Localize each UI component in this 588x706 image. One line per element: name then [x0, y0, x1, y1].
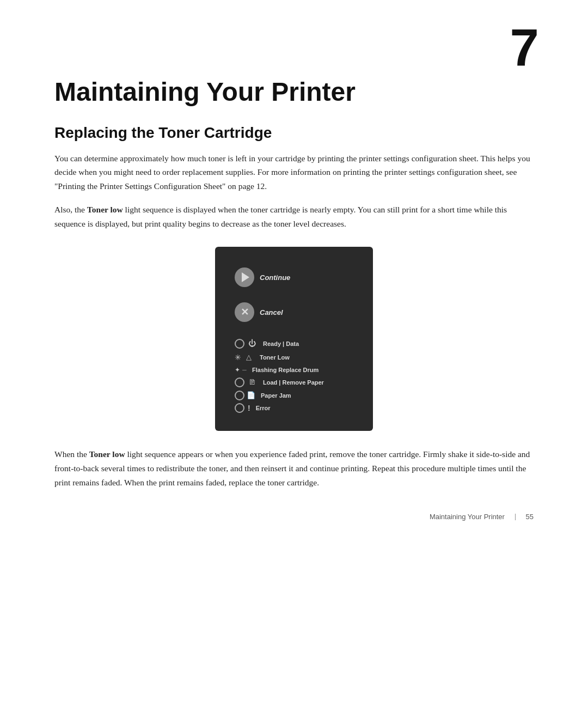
- paragraph-3: When the Toner low light sequence appear…: [54, 447, 534, 489]
- divider-1: [235, 332, 353, 338]
- drum-icons: ✦ ⏤: [235, 366, 247, 374]
- paragraph-1: You can determine approximately how much…: [54, 151, 534, 193]
- load-circle: [235, 378, 244, 387]
- paper-load-icon: 🖹: [247, 377, 258, 388]
- footer: Maintaining Your Printer | 55: [0, 512, 588, 521]
- ready-data-icons: ⏻: [235, 338, 258, 349]
- x-icon: ✕: [241, 307, 249, 317]
- paper-jam-label: Paper Jam: [261, 392, 291, 399]
- toner-icon: △: [243, 352, 254, 363]
- asterisk-icon: ✳: [235, 353, 241, 362]
- paragraph-2: Also, the Toner low light sequence is di…: [54, 203, 534, 230]
- continue-label: Continue: [260, 273, 290, 282]
- footer-separator: |: [514, 512, 516, 521]
- flashing-icon: ✦: [235, 366, 240, 374]
- ready-data-label: Ready | Data: [263, 340, 299, 347]
- error-icons: !: [235, 403, 250, 413]
- continue-row: Continue: [235, 267, 353, 287]
- chapter-number: 7: [510, 22, 539, 74]
- section-title: Replacing the Toner Cartridge: [54, 124, 534, 142]
- load-remove-paper-label: Load | Remove Paper: [263, 379, 324, 386]
- indicator-paper-jam: 📄 Paper Jam: [235, 391, 353, 400]
- drum-icon: ⏤: [242, 366, 247, 374]
- paper-jam-icons: 📄: [235, 391, 255, 400]
- paragraph-3-bold: Toner low: [89, 449, 125, 459]
- printer-panel: Continue ✕ Cancel ⏻ Ready | Data: [215, 247, 373, 431]
- paragraph-3-prefix: When the: [54, 449, 89, 459]
- cancel-label: Cancel: [260, 308, 283, 317]
- chapter-title: Maintaining Your Printer: [54, 76, 534, 108]
- cancel-row: ✕ Cancel: [235, 302, 353, 322]
- exclamation-icon: !: [248, 404, 250, 412]
- ready-circle: [235, 339, 244, 349]
- indicator-error: ! Error: [235, 403, 353, 413]
- jam-circle: [235, 391, 244, 400]
- load-paper-icons: 🖹: [235, 377, 258, 388]
- toner-low-icons: ✳ △: [235, 352, 254, 363]
- power-icon: ⏻: [247, 338, 258, 349]
- paper-jam-icon: 📄: [247, 391, 255, 400]
- indicator-load-remove-paper: 🖹 Load | Remove Paper: [235, 377, 353, 388]
- paragraph-2-prefix: Also, the: [54, 205, 87, 214]
- paragraph-2-bold: Toner low: [87, 205, 123, 214]
- printer-panel-container: Continue ✕ Cancel ⏻ Ready | Data: [54, 247, 534, 431]
- footer-section-label: Maintaining Your Printer: [430, 513, 505, 521]
- indicator-toner-low: ✳ △ Toner Low: [235, 352, 353, 363]
- play-icon: [242, 272, 249, 282]
- paragraph-3-suffix: light sequence appears or when you exper…: [54, 449, 530, 486]
- flashing-replace-drum-label: Flashing Replace Drum: [252, 367, 318, 373]
- cancel-button-icon: ✕: [235, 302, 254, 322]
- indicator-flashing-replace-drum: ✦ ⏤ Flashing Replace Drum: [235, 366, 353, 374]
- footer-page-number: 55: [526, 513, 534, 521]
- error-circle: [235, 403, 244, 413]
- continue-button-icon: [235, 267, 254, 287]
- toner-low-label: Toner Low: [260, 354, 290, 361]
- error-label: Error: [256, 405, 271, 411]
- page-container: 7 Maintaining Your Printer Replacing the…: [0, 0, 588, 543]
- indicator-ready-data: ⏻ Ready | Data: [235, 338, 353, 349]
